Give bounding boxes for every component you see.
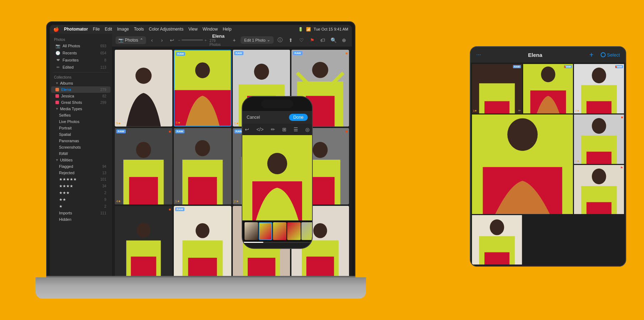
- photo-thumb-6[interactable]: RAW 1★: [174, 128, 231, 205]
- film-thumb-5[interactable]: [301, 222, 312, 240]
- phone-cancel-button[interactable]: Cancel: [247, 115, 260, 120]
- phone-crop-icon[interactable]: ⊞: [282, 127, 286, 132]
- favorites-count: 8: [104, 58, 106, 62]
- sidebar-item-portrait[interactable]: Portrait: [51, 125, 111, 131]
- back-button[interactable]: ‹: [148, 36, 156, 44]
- sidebar-item-live-photos[interactable]: Live Photos: [51, 118, 111, 125]
- edit-photo-button[interactable]: Edit 1 Photo ⌄: [241, 36, 274, 44]
- phone-brush-icon[interactable]: ✏: [271, 127, 275, 132]
- film-thumb-2[interactable]: [259, 222, 272, 240]
- phone-scrubber-fill: [242, 242, 263, 243]
- svg-point-1: [135, 68, 151, 84]
- tablet-photo-1-raw: RAW: [513, 65, 521, 68]
- tablet-photo-1[interactable]: RAW 1★ ✏: [472, 64, 522, 113]
- photo-thumb-2[interactable]: RAW 5★: [174, 50, 231, 127]
- sidebar-item-raw[interactable]: RAW: [51, 150, 111, 157]
- menu-window[interactable]: Window: [203, 27, 218, 32]
- photo-3-stars: 1★: [234, 122, 239, 125]
- sidebar-item-screenshots[interactable]: Screenshots: [51, 144, 111, 150]
- tablet-photo-6[interactable]: [472, 215, 522, 265]
- menu-tools[interactable]: Tools: [134, 27, 144, 32]
- add-button[interactable]: +: [230, 36, 238, 44]
- menu-edit[interactable]: Edit: [105, 27, 112, 32]
- film-thumb-1[interactable]: [245, 222, 258, 240]
- apple-icon[interactable]: 🍎: [53, 27, 59, 32]
- search-button[interactable]: 🔍: [329, 36, 338, 44]
- photo-thumb-1[interactable]: 5★: [115, 50, 172, 127]
- phone-notch: [261, 100, 293, 108]
- sidebar-item-recents[interactable]: 🕐 Recents 654: [51, 49, 111, 57]
- phone-scrubber: [242, 242, 312, 243]
- tablet-add-button[interactable]: +: [589, 51, 594, 59]
- sidebar-item-2star[interactable]: ★★ 9: [51, 196, 111, 203]
- share-button[interactable]: ⬆: [286, 36, 295, 44]
- photo-thumb-10[interactable]: RAW: [174, 206, 231, 277]
- toolbar-right: + Edit 1 Photo ⌄ ⓘ ⬆ ♡ ⚑ 🏷 🔍: [230, 36, 348, 44]
- menu-image[interactable]: Image: [117, 27, 129, 32]
- phone-done-button[interactable]: Done: [289, 114, 308, 121]
- tablet-photo-5[interactable]: ⚑: [574, 165, 624, 214]
- sidebar-item-utilities-header[interactable]: ▼ Utilities: [51, 157, 111, 163]
- heart-button[interactable]: ♡: [297, 36, 306, 44]
- photos-view-button[interactable]: 📷 Photos ⌃: [116, 36, 146, 44]
- phone-undo-icon[interactable]: ↩: [245, 127, 249, 132]
- sidebar-item-selfies[interactable]: Selfies: [51, 112, 111, 118]
- tag-button[interactable]: 🏷: [318, 36, 327, 44]
- tablet-select-button[interactable]: Select: [601, 52, 620, 58]
- zoom-minus[interactable]: −: [178, 38, 180, 42]
- svg-rect-21: [188, 177, 217, 204]
- 3star-label: ★★★: [59, 191, 70, 195]
- info-button[interactable]: ⓘ: [276, 36, 284, 44]
- sidebar-item-favorites[interactable]: ❤ Favorites 8: [51, 57, 111, 64]
- photo-thumb-9[interactable]: ■: [115, 206, 172, 277]
- flag-button[interactable]: ⚑: [308, 36, 316, 44]
- sidebar-item-imports[interactable]: Imports 111: [51, 210, 111, 216]
- sidebar: Photos 📷 All Photos 693 🕐 Recents 654: [50, 33, 112, 277]
- tablet-left-arrow[interactable]: ···: [476, 52, 481, 58]
- sidebar-item-3star[interactable]: ★★★ 2: [51, 190, 111, 196]
- tablet-photo-main[interactable]: [472, 114, 573, 214]
- edit-chevron-icon: ⌄: [267, 38, 270, 42]
- menu-view[interactable]: View: [188, 27, 198, 32]
- sidebar-item-flagged[interactable]: Flagged 94: [51, 163, 111, 170]
- sidebar-item-panoramas[interactable]: Panoramas: [51, 138, 111, 144]
- app-name[interactable]: Photomator: [64, 27, 88, 32]
- sidebar-item-4star[interactable]: ★★★★ 34: [51, 183, 111, 190]
- tablet-photo-2[interactable]: RAW ■: [523, 64, 573, 113]
- menu-help[interactable]: Help: [223, 27, 232, 32]
- 2star-count: 9: [104, 198, 106, 202]
- sidebar-item-hidden[interactable]: Hidden: [51, 216, 111, 223]
- sidebar-item-edited[interactable]: ✏ Edited 113: [51, 64, 111, 71]
- sidebar-item-albums-header[interactable]: ▼ Albums: [51, 80, 111, 86]
- zoom-slider[interactable]: [182, 39, 203, 41]
- film-thumb-4[interactable]: [287, 222, 301, 240]
- sidebar-item-rejected[interactable]: Rejected 13: [51, 170, 111, 176]
- more-button[interactable]: ⊕: [340, 36, 348, 44]
- phone-code-icon[interactable]: </>: [256, 127, 263, 132]
- sidebar-item-5star[interactable]: ★★★★★ 101: [51, 176, 111, 183]
- sidebar-item-media-types-header[interactable]: ▼ Media Types: [51, 106, 111, 112]
- phone-circle-icon[interactable]: ◎: [305, 127, 310, 132]
- film-thumb-3[interactable]: [273, 222, 286, 240]
- sidebar-item-all-photos[interactable]: 📷 All Photos 693: [51, 42, 111, 49]
- phone-list-icon[interactable]: ☰: [294, 127, 298, 132]
- zoom-plus[interactable]: +: [204, 38, 206, 42]
- sidebar-item-great-shots[interactable]: Great Shots 299: [51, 99, 111, 106]
- sidebar-item-elena[interactable]: Elena 279: [51, 86, 111, 93]
- sidebar-item-1star[interactable]: ★ 2: [51, 203, 111, 210]
- toolbar-subtitle: 279 Photos: [210, 39, 227, 47]
- forward-button[interactable]: ›: [158, 36, 166, 44]
- menu-file[interactable]: File: [93, 27, 100, 32]
- tablet-photo-4[interactable]: 2★ ■: [574, 114, 624, 164]
- tablet-header-left: ···: [476, 52, 481, 58]
- utilities-collapse-icon: ▼: [55, 158, 59, 162]
- undo-button[interactable]: ↩: [168, 36, 176, 44]
- tablet: ··· Elena + Select: [470, 46, 626, 267]
- sidebar-item-spatial[interactable]: Spatial: [51, 131, 111, 138]
- tablet-photo-3[interactable]: RAW 2★ ■: [574, 64, 624, 113]
- svg-point-18: [136, 142, 151, 158]
- jessica-label: Jessica: [61, 94, 74, 98]
- menu-color[interactable]: Color Adjustments: [149, 27, 183, 32]
- sidebar-item-jessica[interactable]: Jessica 82: [51, 93, 111, 99]
- photo-thumb-5[interactable]: RAW 4★ ■: [115, 128, 172, 205]
